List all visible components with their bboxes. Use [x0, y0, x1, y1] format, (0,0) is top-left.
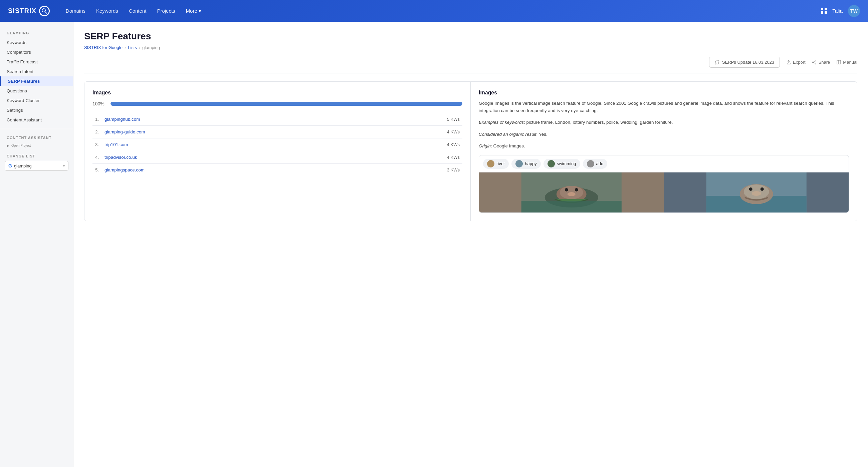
triangle-icon: ▶	[7, 144, 9, 147]
sidebar-item-serp-features[interactable]: SERP Features	[0, 76, 73, 86]
row-domain[interactable]: trip101.com	[102, 138, 360, 151]
content-grid: Images 100% 1. glampinghub.com 5 KWs 2. …	[84, 81, 857, 221]
sidebar-item-keywords[interactable]: Keywords	[0, 38, 73, 47]
row-domain[interactable]: glampinghub.com	[102, 113, 360, 126]
image-tag[interactable]: river	[483, 159, 509, 169]
tag-avatar-2	[548, 160, 555, 167]
sidebar-item-keyword-cluster[interactable]: Keyword Cluster	[0, 96, 73, 105]
nav-domains[interactable]: Domains	[66, 8, 86, 14]
row-rank: 3.	[92, 138, 102, 151]
image-tag[interactable]: swimming	[544, 159, 580, 169]
tag-label: river	[496, 161, 505, 166]
export-icon	[786, 60, 791, 64]
svg-point-15	[567, 192, 576, 196]
organic-value: Yes.	[539, 132, 548, 137]
row-domain[interactable]: glampingspace.com	[102, 164, 360, 176]
sidebar-item-traffic-forecast[interactable]: Traffic Forecast	[0, 57, 73, 67]
user-avatar[interactable]: TW	[848, 5, 860, 17]
image-thumbnails	[479, 172, 849, 212]
images-section-title-left: Images	[92, 90, 462, 96]
examples-colon: :	[524, 120, 526, 125]
nav-projects[interactable]: Projects	[157, 8, 175, 14]
domain-table: 1. glampinghub.com 5 KWs 2. glamping-gui…	[92, 113, 462, 176]
row-kws: 4 KWs	[360, 151, 462, 164]
otter-image-right	[664, 172, 849, 212]
organic-colon: :	[536, 132, 539, 137]
origin-text: Origin: Google Images.	[479, 142, 849, 150]
chevron-down-icon: ▾	[63, 164, 65, 168]
breadcrumb: SISTRIX for Google › Lists › glamping	[84, 45, 857, 50]
otter-image-left	[479, 172, 664, 212]
manual-button[interactable]: Manual	[837, 60, 857, 65]
breadcrumb-lists[interactable]: Lists	[128, 45, 137, 50]
breadcrumb-sistrix[interactable]: SISTRIX for Google	[84, 45, 123, 50]
change-list-title: CHANGE LIST	[0, 149, 73, 161]
logo-text: SISTRIX	[8, 7, 36, 15]
left-panel: Images 100% 1. glampinghub.com 5 KWs 2. …	[85, 82, 471, 221]
sidebar-item-settings[interactable]: Settings	[0, 105, 73, 115]
nav-content[interactable]: Content	[129, 8, 147, 14]
apps-grid-icon[interactable]	[821, 8, 827, 14]
image-tags-row: river happy swimming ado	[479, 156, 849, 172]
svg-line-6	[813, 62, 815, 63]
table-row: 2. glamping-guide.com 4 KWs	[92, 126, 462, 138]
row-domain[interactable]: glamping-guide.com	[102, 126, 360, 138]
row-domain[interactable]: tripadvisor.co.uk	[102, 151, 360, 164]
examples-value: picture frame, London, lottery numbers, …	[526, 120, 673, 125]
origin-value: Google Images.	[493, 143, 525, 148]
sidebar-item-search-intent[interactable]: Search Intent	[0, 67, 73, 76]
user-name: Talia	[832, 8, 843, 14]
refresh-icon	[715, 60, 719, 65]
nav-keywords[interactable]: Keywords	[96, 8, 118, 14]
tag-avatar-1	[516, 160, 523, 167]
svg-point-4	[812, 62, 813, 63]
thumbnail-right	[664, 172, 849, 212]
images-description: Google Images is the vertical image sear…	[479, 100, 849, 114]
image-tag[interactable]: ado	[583, 159, 608, 169]
sidebar-item-content-assistant[interactable]: Content Assistant	[0, 115, 73, 125]
logo-icon	[39, 6, 50, 16]
tag-avatar-3	[587, 160, 594, 167]
row-kws: 4 KWs	[360, 126, 462, 138]
toolbar-divider	[84, 73, 857, 73]
svg-rect-8	[839, 60, 841, 64]
svg-rect-16	[522, 201, 622, 212]
share-button[interactable]: Share	[812, 60, 830, 65]
images-section-title-right: Images	[479, 90, 849, 96]
manual-label: Manual	[843, 60, 857, 65]
breadcrumb-sep-1: ›	[125, 45, 126, 50]
sidebar-item-competitors[interactable]: Competitors	[0, 47, 73, 57]
serp-update-label: SERPs Update 16.03.2023	[722, 60, 774, 65]
nav-more[interactable]: More ▾	[186, 8, 201, 14]
row-kws: 4 KWs	[360, 138, 462, 151]
open-project-btn[interactable]: ▶ Open Project	[0, 142, 73, 149]
sidebar-item-questions[interactable]: Questions	[0, 86, 73, 96]
origin-label: Origin	[479, 143, 491, 148]
svg-point-14	[575, 188, 578, 192]
manual-icon	[837, 60, 841, 64]
svg-point-2	[815, 60, 816, 61]
change-list-dropdown[interactable]: G glamping ▾	[5, 161, 68, 171]
organic-label: Considered an organic result	[479, 132, 536, 137]
tag-label: happy	[525, 161, 536, 166]
svg-point-13	[565, 188, 568, 192]
export-button[interactable]: Export	[786, 60, 806, 65]
tag-avatar-0	[487, 160, 494, 167]
tag-label: swimming	[557, 161, 576, 166]
nav-right: Talia TW	[821, 5, 860, 17]
row-kws: 5 KWs	[360, 113, 462, 126]
organic-text: Considered an organic result: Yes.	[479, 131, 849, 138]
row-rank: 2.	[92, 126, 102, 138]
progress-row: 100%	[92, 101, 462, 106]
progress-bar-fill	[111, 102, 462, 106]
serp-update-button[interactable]: SERPs Update 16.03.2023	[709, 57, 780, 68]
image-tag[interactable]: happy	[512, 159, 540, 169]
svg-point-21	[749, 188, 752, 191]
chevron-down-icon: ▾	[199, 8, 201, 14]
svg-line-5	[813, 61, 815, 62]
page-title: SERP Features	[84, 31, 857, 42]
row-rank: 4.	[92, 151, 102, 164]
sidebar-content-assistant-title: CONTENT ASSISTANT	[0, 133, 73, 142]
logo[interactable]: SISTRIX	[8, 6, 50, 16]
thumbnail-left	[479, 172, 664, 212]
